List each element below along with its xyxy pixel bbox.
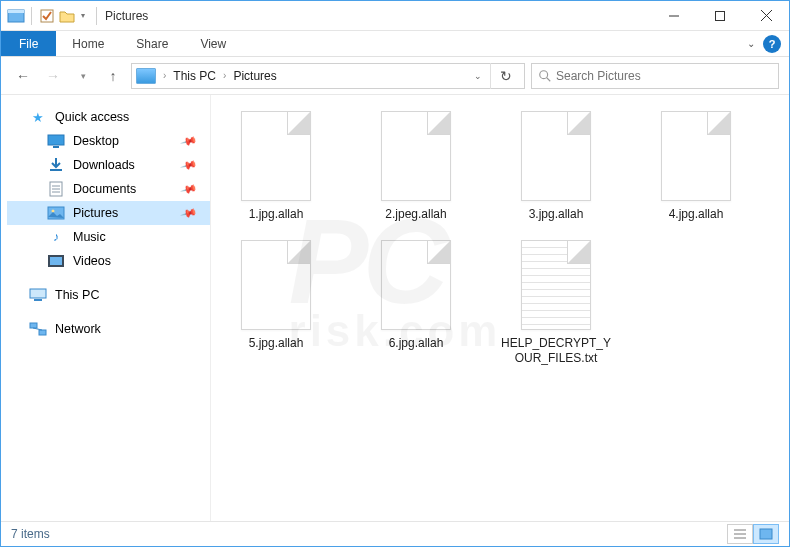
file-name: HELP_DECRYPT_YOUR_FILES.txt: [501, 336, 611, 366]
breadcrumb-dropdown-icon[interactable]: ⌄: [474, 71, 482, 81]
tab-share[interactable]: Share: [120, 31, 184, 56]
file-icon: [381, 111, 451, 201]
folder-qat-icon[interactable]: [58, 7, 76, 25]
refresh-button[interactable]: ↻: [490, 63, 520, 89]
sidebar-item-pictures[interactable]: Pictures 📌: [7, 201, 210, 225]
status-bar: 7 items: [1, 521, 789, 545]
address-bar-row: ← → ▾ ↑ › This PC › Pictures ⌄ ↻: [1, 57, 789, 95]
navigation-pane: ★ Quick access Desktop 📌 Downloads 📌 Doc…: [1, 95, 211, 521]
svg-rect-4: [716, 11, 725, 20]
body: ★ Quick access Desktop 📌 Downloads 📌 Doc…: [1, 95, 789, 521]
file-icon: [521, 111, 591, 201]
star-icon: ★: [29, 109, 47, 125]
pictures-icon: [47, 205, 65, 221]
file-item[interactable]: 3.jpg.allah: [501, 111, 611, 222]
file-name: 1.jpg.allah: [249, 207, 304, 222]
minimize-button[interactable]: [651, 1, 697, 31]
sidebar-quick-access[interactable]: ★ Quick access: [7, 105, 210, 129]
text-file-icon: [521, 240, 591, 330]
file-icon: [241, 111, 311, 201]
search-icon: [538, 69, 552, 83]
file-item[interactable]: 6.jpg.allah: [361, 240, 471, 366]
file-list[interactable]: 1.jpg.allah2.jpeg.allah3.jpg.allah4.jpg.…: [211, 95, 789, 521]
svg-rect-22: [30, 323, 37, 328]
back-button[interactable]: ←: [11, 64, 35, 88]
titlebar: ▾ Pictures: [1, 1, 789, 31]
desktop-icon: [47, 133, 65, 149]
chevron-right-icon[interactable]: ›: [220, 70, 229, 81]
sidebar-item-desktop[interactable]: Desktop 📌: [7, 129, 210, 153]
qat-dropdown-icon[interactable]: ▾: [78, 7, 88, 25]
file-item[interactable]: 1.jpg.allah: [221, 111, 331, 222]
svg-rect-20: [30, 289, 46, 298]
item-count: 7 items: [11, 527, 50, 541]
sidebar-item-label: Music: [73, 230, 106, 244]
breadcrumb[interactable]: › This PC › Pictures ⌄ ↻: [131, 63, 525, 89]
sidebar-item-music[interactable]: ♪ Music: [7, 225, 210, 249]
file-name: 3.jpg.allah: [529, 207, 584, 222]
maximize-button[interactable]: [697, 1, 743, 31]
sidebar-item-label: Videos: [73, 254, 111, 268]
divider: [31, 7, 32, 25]
breadcrumb-item[interactable]: Pictures: [231, 69, 278, 83]
sidebar-item-label: Quick access: [55, 110, 129, 124]
help-icon[interactable]: ?: [763, 35, 781, 53]
recent-dropdown[interactable]: ▾: [71, 64, 95, 88]
pin-icon: 📌: [180, 132, 199, 150]
divider: [96, 7, 97, 25]
file-icon: [241, 240, 311, 330]
breadcrumb-item[interactable]: This PC: [171, 69, 218, 83]
window-controls: [651, 1, 789, 31]
pin-icon: 📌: [180, 180, 199, 198]
svg-rect-10: [53, 146, 59, 148]
file-item[interactable]: HELP_DECRYPT_YOUR_FILES.txt: [501, 240, 611, 366]
search-input[interactable]: [556, 69, 772, 83]
chevron-right-icon[interactable]: ›: [160, 70, 169, 81]
svg-rect-28: [760, 529, 772, 539]
quick-access-toolbar: ▾ Pictures: [1, 7, 148, 25]
svg-rect-1: [8, 10, 24, 13]
file-item[interactable]: 5.jpg.allah: [221, 240, 331, 366]
tab-home[interactable]: Home: [56, 31, 120, 56]
sidebar-item-documents[interactable]: Documents 📌: [7, 177, 210, 201]
close-button[interactable]: [743, 1, 789, 31]
file-item[interactable]: 4.jpg.allah: [641, 111, 751, 222]
search-box[interactable]: [531, 63, 779, 89]
icons-view-button[interactable]: [753, 524, 779, 544]
sidebar-item-downloads[interactable]: Downloads 📌: [7, 153, 210, 177]
pin-icon: 📌: [180, 156, 199, 174]
file-name: 2.jpeg.allah: [385, 207, 446, 222]
sidebar-item-label: This PC: [55, 288, 99, 302]
pin-icon: 📌: [180, 204, 199, 222]
file-name: 4.jpg.allah: [669, 207, 724, 222]
file-icon: [381, 240, 451, 330]
ribbon: File Home Share View ⌄ ?: [1, 31, 789, 57]
this-pc-icon: [29, 287, 47, 303]
ribbon-expand-icon[interactable]: ⌄: [747, 38, 755, 49]
sidebar-network[interactable]: Network: [7, 317, 210, 341]
window-title: Pictures: [105, 9, 148, 23]
videos-icon: [47, 253, 65, 269]
details-view-button[interactable]: [727, 524, 753, 544]
sidebar-this-pc[interactable]: This PC: [7, 283, 210, 307]
sidebar-item-label: Pictures: [73, 206, 118, 220]
file-tab[interactable]: File: [1, 31, 56, 56]
svg-line-8: [547, 77, 551, 81]
file-name: 5.jpg.allah: [249, 336, 304, 351]
svg-rect-11: [50, 169, 62, 171]
documents-icon: [47, 181, 65, 197]
sidebar-item-label: Network: [55, 322, 101, 336]
forward-button[interactable]: →: [41, 64, 65, 88]
up-button[interactable]: ↑: [101, 64, 125, 88]
sidebar-item-label: Desktop: [73, 134, 119, 148]
checkbox-icon[interactable]: [38, 7, 56, 25]
app-icon: [7, 7, 25, 25]
sidebar-item-videos[interactable]: Videos: [7, 249, 210, 273]
file-icon: [661, 111, 731, 201]
file-item[interactable]: 2.jpeg.allah: [361, 111, 471, 222]
svg-rect-23: [39, 330, 46, 335]
downloads-icon: [47, 157, 65, 173]
svg-rect-19: [50, 257, 62, 265]
tab-view[interactable]: View: [184, 31, 242, 56]
pictures-icon: [136, 68, 156, 84]
